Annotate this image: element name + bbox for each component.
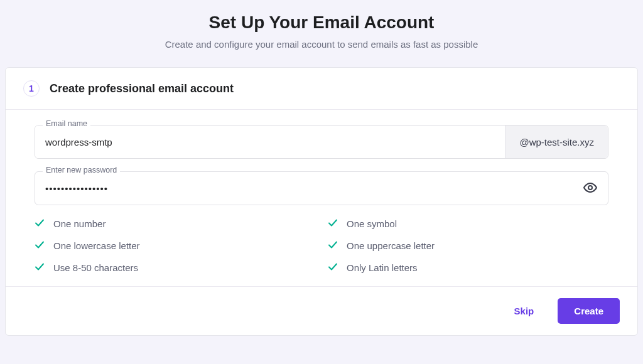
page-subtitle: Create and configure your email account … <box>5 39 638 50</box>
password-input-row <box>35 171 608 205</box>
password-label: Enter new password <box>43 166 120 174</box>
page-title: Set Up Your Email Account <box>5 13 638 33</box>
rule-item: One symbol <box>328 218 608 230</box>
rule-text: Only Latin letters <box>347 262 418 273</box>
card-header: 1 Create professional email account <box>6 68 637 110</box>
rule-text: One uppercase letter <box>347 240 435 251</box>
rule-text: One lowercase letter <box>53 240 140 251</box>
email-input-row: @wp-test-site.xyz <box>35 125 608 159</box>
email-name-input[interactable] <box>35 126 505 158</box>
rule-text: Use 8-50 characters <box>53 262 138 273</box>
check-icon <box>35 218 45 230</box>
email-field-wrapper: Email name @wp-test-site.xyz <box>35 125 608 159</box>
skip-button[interactable]: Skip <box>504 299 544 323</box>
check-icon <box>328 240 338 252</box>
card-footer: Skip Create <box>6 286 637 335</box>
email-label: Email name <box>43 119 90 128</box>
step-title: Create professional email account <box>50 82 234 95</box>
rule-text: One symbol <box>347 218 397 229</box>
rule-item: Only Latin letters <box>328 262 608 274</box>
rule-text: One number <box>53 218 105 229</box>
password-field-wrapper: Enter new password <box>35 171 608 205</box>
setup-card: 1 Create professional email account Emai… <box>5 67 638 336</box>
svg-point-0 <box>588 186 592 190</box>
page-hero: Set Up Your Email Account Create and con… <box>5 13 638 50</box>
password-input[interactable] <box>35 183 579 194</box>
rule-item: One uppercase letter <box>328 240 608 252</box>
check-icon <box>328 262 338 274</box>
check-icon <box>328 218 338 230</box>
check-icon <box>35 240 45 252</box>
rule-item: Use 8-50 characters <box>35 262 315 274</box>
email-domain-chip: @wp-test-site.xyz <box>505 126 608 158</box>
toggle-password-visibility-button[interactable] <box>579 176 602 201</box>
step-number-badge: 1 <box>23 80 40 97</box>
card-body: Email name @wp-test-site.xyz Enter new p… <box>6 110 637 286</box>
check-icon <box>35 262 45 274</box>
rule-item: One number <box>35 218 315 230</box>
create-button[interactable]: Create <box>558 298 620 324</box>
eye-icon <box>583 180 598 197</box>
password-rules: One number One symbol One lowercase lett… <box>35 218 608 274</box>
rule-item: One lowercase letter <box>35 240 315 252</box>
